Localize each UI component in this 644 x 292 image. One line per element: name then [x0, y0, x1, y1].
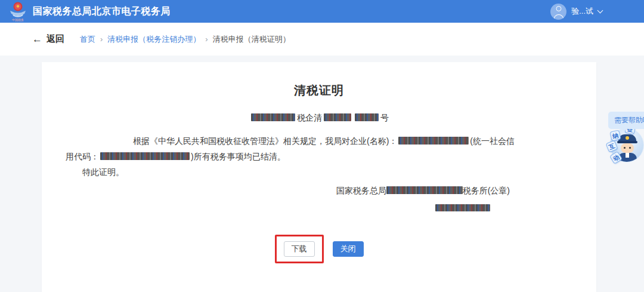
breadcrumb-separator-icon: ›	[100, 35, 103, 44]
certificate-number: 税企清号	[42, 113, 596, 124]
certificate-body: 根据《中华人民共和国税收征收管理法》相关规定，我局对企业(名称)：(统一社会信 …	[66, 133, 572, 180]
breadcrumb-home[interactable]: 首页	[80, 34, 95, 45]
redacted-text	[251, 113, 295, 121]
breadcrumb-separator-icon: ›	[205, 35, 208, 44]
breadcrumb-tax-deregistration[interactable]: 清税申报（税务注销办理）	[107, 34, 200, 45]
redacted-text	[100, 152, 190, 160]
back-arrow-icon: ←	[32, 34, 42, 44]
mascot-badge-na: 纳	[610, 130, 621, 142]
chevron-down-icon	[597, 7, 603, 13]
breadcrumb-current-page: 清税申报（清税证明）	[213, 34, 290, 45]
certificate-body-line2: 用代码：)所有税务事项均已结清。	[66, 149, 572, 164]
svg-text:中国税务: 中国税务	[12, 18, 24, 21]
redacted-text	[324, 113, 351, 121]
back-button[interactable]: ← 返回	[32, 33, 64, 45]
user-name: 验...试	[571, 6, 593, 17]
issuing-office-seal-line: 国家税务总局税务所(公章)	[42, 185, 596, 196]
download-highlight-annotation: 下载	[275, 235, 324, 263]
issue-date	[42, 204, 596, 212]
breadcrumb-bar: ← 返回 首页 › 清税申报（税务注销办理） › 清税申报（清税证明）	[0, 23, 644, 56]
user-menu[interactable]: 验...试	[550, 4, 602, 20]
redacted-text	[386, 186, 463, 194]
brand-group: 中国税务 国家税务总局北京市电子税务局	[8, 1, 171, 21]
certificate-body-line1: 根据《中华人民共和国税收征收管理法》相关规定，我局对企业(名称)：(统一社会信	[66, 133, 572, 149]
site-title: 国家税务总局北京市电子税务局	[33, 5, 171, 18]
redacted-text	[398, 137, 469, 145]
action-buttons-row: 下载 关闭	[42, 235, 596, 263]
redacted-text	[355, 113, 379, 121]
top-header: 中国税务 国家税务总局北京市电子税务局 验...试	[0, 0, 644, 23]
breadcrumb: 首页 › 清税申报（税务注销办理） › 清税申报（清税证明）	[80, 34, 290, 45]
help-bubble[interactable]: 需要帮助吗？	[608, 112, 644, 129]
certificate-title: 清税证明	[42, 82, 596, 99]
tax-emblem-logo-icon: 中国税务	[8, 1, 27, 21]
certificate-card: 清税证明 税企清号 根据《中华人民共和国税收征收管理法》相关规定，我局对企业(名…	[42, 62, 596, 292]
back-label: 返回	[47, 33, 64, 45]
user-avatar-icon	[550, 4, 566, 20]
certificate-body-line3: 特此证明。	[66, 164, 572, 180]
redacted-text	[435, 204, 490, 211]
download-button[interactable]: 下载	[284, 241, 315, 257]
close-button[interactable]: 关闭	[333, 241, 364, 257]
page-background: 清税证明 税企清号 根据《中华人民共和国税收征收管理法》相关规定，我局对企业(名…	[0, 56, 644, 292]
